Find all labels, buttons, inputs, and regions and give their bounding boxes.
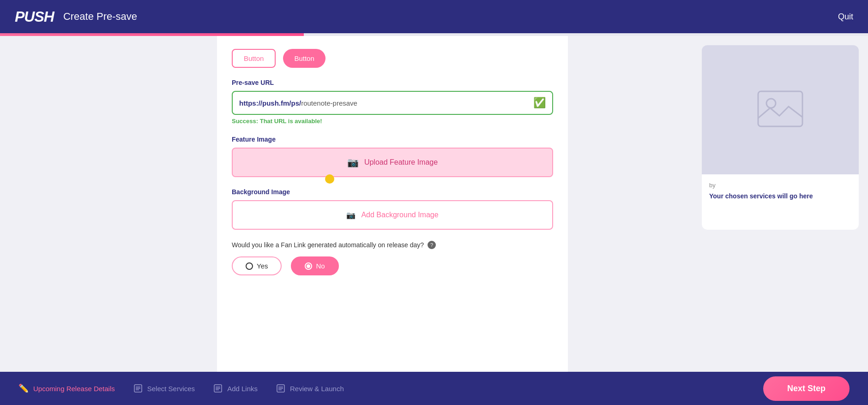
add-bg-label: Add Background Image	[361, 211, 438, 219]
top-outline-button[interactable]: Button	[232, 49, 276, 68]
preview-bottom: by Your chosen services will go here	[702, 174, 859, 230]
header-left: PUSH Create Pre-save	[15, 8, 137, 25]
form-container: Button Button Pre-save URL https://push.…	[217, 36, 568, 372]
step-review-label: Review & Launch	[290, 385, 344, 393]
add-background-image-button[interactable]: 📷 Add Background Image	[232, 200, 553, 230]
fan-link-no-button[interactable]: No	[291, 256, 338, 275]
fan-link-question-row: Would you like a Fan Link generated auto…	[232, 241, 553, 249]
edit-icon: ✏️	[18, 383, 29, 393]
review-icon	[276, 384, 285, 393]
next-step-button[interactable]: Next Step	[763, 376, 850, 401]
yes-label: Yes	[257, 262, 268, 270]
services-icon	[133, 384, 143, 393]
step-upcoming-label: Upcoming Release Details	[33, 385, 115, 393]
footer-nav: ✏️ Upcoming Release Details Select Servi…	[0, 372, 868, 405]
links-icon	[213, 384, 223, 393]
footer-steps: ✏️ Upcoming Release Details Select Servi…	[18, 383, 344, 393]
step-review-launch[interactable]: Review & Launch	[276, 384, 344, 393]
quit-button[interactable]: Quit	[838, 12, 853, 22]
page-title: Create Pre-save	[63, 11, 137, 23]
fan-link-question: Would you like a Fan Link generated auto…	[232, 241, 424, 249]
svg-rect-0	[758, 91, 802, 126]
fan-link-yes-button[interactable]: Yes	[232, 256, 282, 275]
presave-url-group: Pre-save URL https://push.fm/ps/ routeno…	[232, 79, 553, 125]
url-success-message: Success: That URL is available!	[232, 118, 553, 125]
camera-icon-bg: 📷	[346, 211, 356, 220]
app-logo: PUSH	[15, 8, 54, 25]
url-prefix: https://push.fm/ps/	[239, 99, 301, 107]
url-value[interactable]: routenote-presave	[301, 99, 533, 107]
preview-card: by Your chosen services will go here	[702, 45, 859, 230]
success-body: That URL is available!	[260, 118, 322, 125]
preview-placeholder-icon	[757, 90, 803, 129]
step-services-label: Select Services	[147, 385, 195, 393]
upload-feature-image-button[interactable]: 📷 Upload Feature Image	[232, 148, 553, 177]
step-select-services[interactable]: Select Services	[133, 384, 195, 393]
preview-image-area	[702, 45, 859, 174]
top-filled-button[interactable]: Button	[283, 49, 325, 68]
top-partial-buttons: Button Button	[232, 45, 553, 68]
step-upcoming-release[interactable]: ✏️ Upcoming Release Details	[18, 383, 115, 393]
preview-by-text: by	[709, 182, 851, 189]
main-layout: Button Button Pre-save URL https://push.…	[0, 36, 868, 372]
form-area: Button Button Pre-save URL https://push.…	[92, 36, 693, 372]
upload-feature-label: Upload Feature Image	[364, 158, 438, 167]
app-header: PUSH Create Pre-save Quit	[0, 0, 868, 33]
preview-services-placeholder: Your chosen services will go here	[709, 192, 851, 200]
fan-link-radio-options: Yes No	[232, 256, 553, 275]
feature-image-group: Feature Image 📷 Upload Feature Image	[232, 136, 553, 177]
background-image-group: Background Image 📷 Add Background Image	[232, 188, 553, 230]
background-image-label: Background Image	[232, 188, 553, 196]
presave-url-input-wrapper[interactable]: https://push.fm/ps/ routenote-presave ✅	[232, 91, 553, 115]
step-add-links[interactable]: Add Links	[213, 384, 258, 393]
url-check-icon: ✅	[533, 97, 546, 109]
fan-link-group: Would you like a Fan Link generated auto…	[232, 241, 553, 275]
no-label: No	[316, 262, 325, 270]
step-links-label: Add Links	[227, 385, 258, 393]
svg-point-1	[766, 99, 776, 108]
yes-radio-circle	[246, 262, 253, 270]
presave-url-label: Pre-save URL	[232, 79, 553, 86]
success-label: Success:	[232, 118, 258, 125]
help-icon[interactable]: ?	[428, 241, 436, 249]
feature-image-label: Feature Image	[232, 136, 553, 143]
camera-icon: 📷	[347, 157, 359, 168]
left-spacer	[0, 36, 92, 372]
no-radio-circle	[305, 262, 312, 270]
preview-panel: by Your chosen services will go here	[693, 36, 868, 372]
